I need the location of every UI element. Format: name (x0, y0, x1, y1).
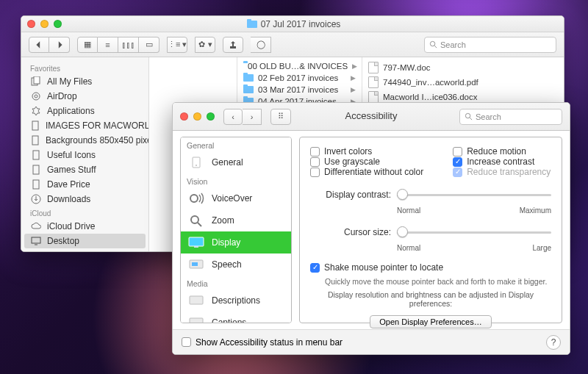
list-item-voiceover[interactable]: VoiceOver (181, 187, 291, 209)
sidebar-item-applications[interactable]: Applications (21, 104, 148, 118)
checkbox-icon[interactable] (310, 157, 320, 167)
open-display-preferences-button[interactable]: Open Display Preferences… (370, 315, 491, 328)
slider-label: Cursor size: (310, 227, 391, 237)
finder-sidebar: Favorites All My Files AirDrop Applicati… (21, 57, 149, 251)
checkbox-icon (453, 168, 462, 177)
finder-search[interactable]: Search (424, 37, 556, 53)
svg-rect-2 (34, 76, 40, 84)
svg-rect-20 (192, 262, 198, 266)
share-button[interactable] (223, 37, 243, 53)
checkbox-icon[interactable] (310, 168, 320, 177)
category-list[interactable]: General General Vision VoiceOver Zoom Di… (180, 137, 292, 323)
sidebar-item-icloud-drive[interactable]: iCloud Drive (21, 219, 148, 234)
option-differentiate[interactable]: Differentiate without color (310, 167, 423, 177)
arrange-group: ⋮≡ ▾ (167, 37, 187, 53)
arrange-button[interactable]: ⋮≡ ▾ (167, 37, 187, 53)
svg-rect-17 (189, 237, 204, 246)
show-all-button[interactable]: ⠿ (270, 109, 291, 125)
doc-icon (30, 121, 40, 131)
view-column-button[interactable]: ⫿⫿⫿ (118, 37, 139, 53)
accessibility-window: ‹ › ⠿ Accessibility Search General Gener… (172, 102, 570, 355)
view-list-button[interactable]: ≡ (98, 37, 118, 53)
close-icon[interactable] (180, 112, 188, 121)
slider-label: Display contrast: (310, 190, 391, 200)
view-coverflow-button[interactable]: ▭ (139, 37, 159, 53)
sidebar-item-all-my-files[interactable]: All My Files (21, 74, 148, 89)
sidebar-item-desktop[interactable]: Desktop (24, 234, 146, 248)
voiceover-icon (187, 191, 206, 206)
show-status-label[interactable]: Show Accessibility status in menu bar (196, 337, 343, 348)
checkbox-icon[interactable] (182, 337, 191, 347)
option-use-grayscale[interactable]: Use grayscale (310, 157, 423, 167)
list-item-descriptions[interactable]: Descriptions (181, 290, 291, 312)
file-row[interactable]: 744940_inv…acworld.pdf (362, 75, 564, 90)
back-button[interactable]: ‹ (223, 109, 243, 125)
checkbox-icon[interactable] (310, 147, 320, 157)
doc-icon (30, 135, 40, 145)
checkbox-icon[interactable] (453, 157, 462, 167)
finder-title-text: 07 Jul 2017 invoices (261, 19, 341, 29)
sidebar-item-useful-icons[interactable]: Useful Icons (21, 148, 148, 162)
prefs-title: Accessibility (345, 110, 398, 121)
sidebar-item-images-macworld[interactable]: IMAGES FOR MACWORLD ONL (21, 118, 148, 133)
finder-window-title: 07 Jul 2017 invoices (29, 19, 558, 29)
svg-rect-11 (32, 237, 40, 243)
finder-titlebar[interactable]: 07 Jul 2017 invoices (21, 16, 564, 32)
display-contrast-slider[interactable] (397, 187, 551, 202)
zoom-pref-icon (187, 213, 206, 228)
sidebar-item-games-stuff[interactable]: Games Stuff (21, 162, 148, 177)
view-icon-button[interactable]: ▦ (77, 37, 98, 53)
cursor-size-slider[interactable] (397, 225, 551, 240)
svg-rect-5 (32, 121, 38, 130)
chevron-right-icon: ▶ (351, 74, 356, 82)
desktop-icon (30, 236, 42, 246)
nav-buttons (29, 37, 70, 53)
sidebar-item-airdrop[interactable]: AirDrop (21, 89, 148, 104)
svg-point-0 (430, 41, 434, 46)
folder-row[interactable]: 00 OLD BU…& INVOICES▶ (237, 60, 362, 72)
folder-icon (243, 86, 254, 93)
cloud-icon (30, 221, 42, 231)
forward-button[interactable]: › (243, 109, 262, 125)
doc-icon (30, 165, 42, 175)
window-controls (180, 112, 215, 121)
prefs-search[interactable]: Search (459, 109, 562, 125)
back-button[interactable] (29, 37, 49, 53)
option-shake-pointer[interactable]: Shake mouse pointer to locate (310, 262, 551, 273)
folder-icon (243, 74, 254, 82)
action-button[interactable]: ✿ ▾ (195, 37, 215, 53)
search-icon (429, 40, 437, 48)
folder-row[interactable]: 03 Mar 2017 invoices▶ (237, 84, 362, 96)
list-item-captions[interactable]: Captions (181, 312, 291, 323)
shake-hint: Quickly move the mouse pointer back and … (325, 277, 551, 286)
list-item-general[interactable]: General (181, 151, 291, 173)
list-item-display[interactable]: Display (181, 231, 291, 253)
option-invert-colors[interactable]: Invert colors (310, 146, 423, 157)
checkbox-icon[interactable] (310, 263, 320, 273)
zoom-icon[interactable] (207, 112, 215, 121)
forward-button[interactable] (49, 37, 70, 53)
list-section-general: General (181, 137, 291, 151)
folder-row[interactable]: 02 Feb 2017 invoices▶ (237, 72, 362, 84)
help-button[interactable]: ? (546, 335, 561, 350)
sidebar-item-downloads[interactable]: Downloads (21, 192, 148, 206)
sidebar-item-dave-price[interactable]: Dave Price (21, 177, 148, 192)
prefs-titlebar[interactable]: ‹ › ⠿ Accessibility Search (173, 103, 570, 131)
sidebar-item-backgrounds[interactable]: Backgrounds 850x450 pixels (21, 133, 148, 148)
cursor-size-slider-row: Cursor size: (310, 225, 551, 240)
option-increase-contrast[interactable]: Increase contrast (453, 157, 551, 167)
settings-pane: Invert colors Use grayscale Differentiat… (299, 137, 562, 323)
list-item-speech[interactable]: Speech (181, 253, 291, 276)
prefs-footer: Show Accessibility status in menu bar ? (173, 329, 570, 354)
list-item-zoom[interactable]: Zoom (181, 209, 291, 231)
tags-button[interactable]: ◯ (251, 37, 271, 53)
nav-buttons: ‹ › (223, 109, 262, 125)
search-placeholder: Search (440, 40, 466, 49)
minimize-icon[interactable] (193, 112, 201, 121)
checkbox-icon[interactable] (453, 147, 462, 157)
airdrop-icon (30, 91, 42, 101)
svg-point-12 (465, 113, 470, 118)
option-reduce-motion[interactable]: Reduce motion (453, 146, 551, 157)
file-row[interactable]: 797-MW.doc (362, 60, 564, 75)
svg-point-14 (196, 165, 197, 166)
